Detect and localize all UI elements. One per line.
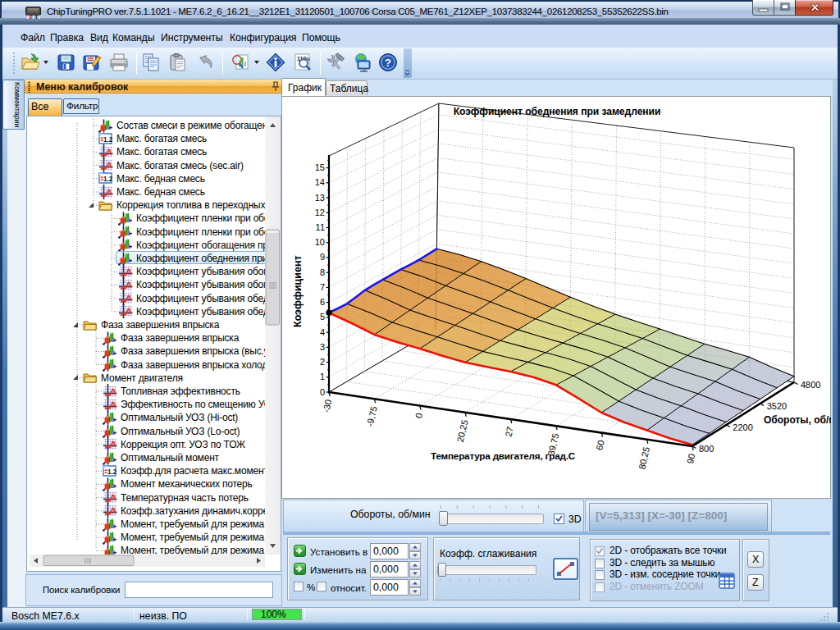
svg-text:Обороты, об/мин: Обороты, об/мин — [764, 414, 831, 426]
svg-text:60: 60 — [594, 439, 605, 451]
svg-text:Коэффициент: Коэффициент — [292, 255, 304, 327]
svg-text:5: 5 — [320, 312, 325, 322]
svg-text:90: 90 — [685, 453, 696, 465]
svg-text:4800: 4800 — [801, 380, 820, 390]
svg-text:2200: 2200 — [733, 422, 752, 432]
svg-text:-9,75: -9,75 — [365, 405, 379, 427]
svg-text:12: 12 — [315, 208, 325, 217]
svg-text:80,25: 80,25 — [637, 446, 651, 471]
svg-text:8: 8 — [320, 267, 325, 277]
svg-text:Коэффициент обеднения при заме: Коэффициент обеднения при замедлении — [454, 106, 661, 117]
svg-text:Температура двигателя, град.С: Температура двигателя, град.С — [431, 450, 576, 461]
svg-text:0: 0 — [320, 387, 325, 397]
svg-text:6: 6 — [320, 297, 325, 307]
svg-text:1.2: 1.2 — [107, 468, 116, 476]
svg-text:3520: 3520 — [767, 401, 787, 411]
svg-text:2: 2 — [320, 357, 325, 367]
svg-text:-30: -30 — [321, 399, 333, 413]
svg-text:1: 1 — [320, 372, 325, 381]
svg-text:7: 7 — [320, 282, 325, 292]
svg-text:11: 11 — [316, 222, 325, 232]
svg-text:1.2: 1.2 — [103, 136, 112, 144]
svg-text:27: 27 — [504, 426, 515, 438]
svg-text:800: 800 — [699, 444, 714, 454]
svg-text:0: 0 — [413, 412, 424, 419]
svg-text:?: ? — [385, 57, 391, 69]
svg-text:1.2: 1.2 — [103, 176, 112, 183]
svg-text:9: 9 — [320, 252, 325, 262]
svg-text:10: 10 — [315, 237, 325, 247]
svg-text:14: 14 — [315, 177, 325, 187]
svg-text:3: 3 — [320, 342, 325, 352]
svg-text:20,25: 20,25 — [455, 419, 470, 444]
svg-text:13: 13 — [315, 193, 325, 203]
svg-text:4: 4 — [320, 327, 325, 337]
svg-text:15: 15 — [315, 162, 325, 172]
